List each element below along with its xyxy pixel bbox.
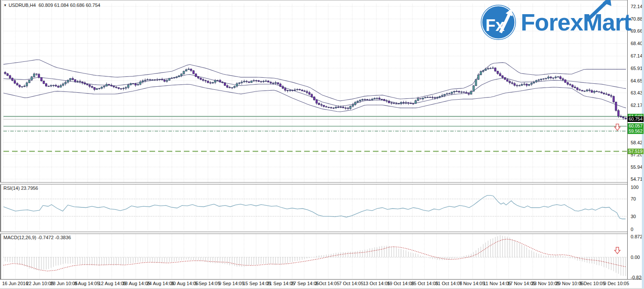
macd-name: MACD(12,26,9) xyxy=(3,235,36,240)
date-tick-label: 19 Oct 14:05 xyxy=(387,281,414,286)
date-tick-label: 16 Jun 2016 xyxy=(2,281,28,286)
fx-circle-icon: Fx xyxy=(480,4,516,40)
ohlc-values: 60.809 61.084 60.686 60.754 xyxy=(39,3,101,8)
date-tick-label: 9 Dec 10:05 xyxy=(604,281,629,286)
price-flag-59.562: 59.562 xyxy=(628,128,644,134)
date-tick-label: 11 Nov 14:05 xyxy=(483,281,511,286)
date-tick-label: 9 Sep 14:05 xyxy=(219,281,244,286)
window-right-edge xyxy=(642,0,644,289)
panel-separator-rsi[interactable] xyxy=(0,182,627,185)
date-tick-label: 31 Oct 14:05 xyxy=(435,281,462,286)
symbol-title: USDRUB,H4 xyxy=(9,3,36,8)
window-frame xyxy=(0,0,644,289)
symbol-ohlc-line: ▼USDRUB,H4 60.809 61.084 60.686 60.754 xyxy=(3,3,100,8)
date-tick-label: 7 Oct 14:05 xyxy=(339,281,363,286)
rsi-tick-label: 70 xyxy=(631,196,636,201)
svg-text:Fx: Fx xyxy=(485,16,504,34)
date-tick-label: 28 Jun 10:05 xyxy=(50,281,78,286)
date-tick-label: 22 Jun 10:05 xyxy=(26,281,54,286)
rsi-tick-label: 0 xyxy=(631,227,633,232)
logo-arrow-icon xyxy=(584,0,619,21)
forexmart-wordmark: ForexMart xyxy=(521,4,631,40)
price-flag-60.754: 60.754 xyxy=(628,116,644,122)
panel-separator-macd[interactable] xyxy=(0,231,627,234)
date-tick-label: 25 Oct 14:05 xyxy=(411,281,438,286)
date-tick-label: 5 Sep 14:05 xyxy=(195,281,220,286)
rsi-tick-label: 100 xyxy=(631,185,638,190)
macd-values: -0.7472 -0.3836 xyxy=(37,235,71,240)
window-left-edge xyxy=(0,0,2,289)
forexmart-logo: Fx ForexMart xyxy=(480,3,629,42)
macd-tick-label: 0.00 xyxy=(631,255,640,260)
rsi-value: 23.7956 xyxy=(21,186,38,191)
rsi-indicator-label: RSI(14) 23.7956 xyxy=(3,186,38,191)
date-tick-label: 13 Oct 14:05 xyxy=(363,281,390,286)
date-tick-label: 7 Nov 14:05 xyxy=(459,281,485,286)
price-flag-57.519: 57.519 xyxy=(628,149,644,154)
rsi-name: RSI(14) xyxy=(3,186,20,191)
date-tick-label: 8 Aug 14:05 xyxy=(74,281,100,286)
rsi-tick-label: 30 xyxy=(631,214,636,219)
date-tick-label: 3 Oct 14:05 xyxy=(315,281,339,286)
date-tick-label: 5 Dec 10:05 xyxy=(580,281,605,286)
time-axis[interactable]: 16 Jun 201622 Jun 10:0528 Jun 10:058 Aug… xyxy=(0,279,644,289)
macd-indicator-label: MACD(12,26,9) -0.7472 -0.3836 xyxy=(3,235,71,240)
logo-text-forex: Forex xyxy=(521,9,583,36)
collapse-triangle-icon[interactable]: ▼ xyxy=(3,3,7,7)
